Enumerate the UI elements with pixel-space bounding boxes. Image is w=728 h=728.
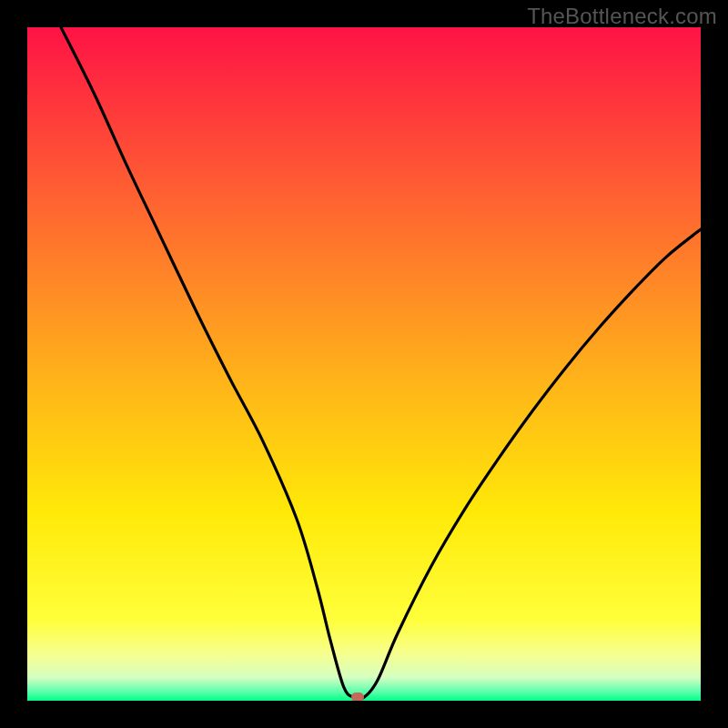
plot-area bbox=[27, 27, 701, 701]
minimum-marker bbox=[351, 693, 364, 701]
watermark-text: TheBottleneck.com bbox=[527, 4, 717, 29]
chart-frame: TheBottleneck.com bbox=[0, 0, 728, 728]
bottleneck-curve bbox=[27, 27, 701, 701]
